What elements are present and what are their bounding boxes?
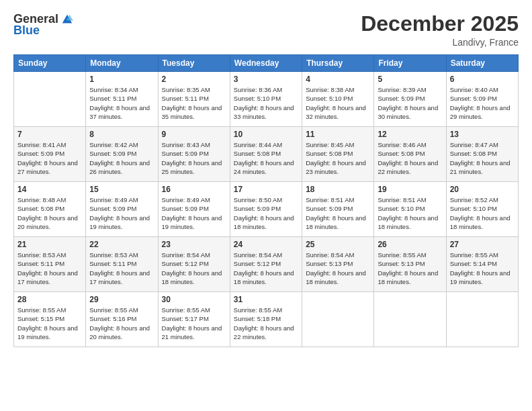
calendar-cell: 27Sunrise: 8:55 AMSunset: 5:14 PMDayligh… (446, 237, 518, 292)
day-info: Sunrise: 8:54 AMSunset: 5:13 PMDaylight:… (306, 250, 370, 286)
month-title: December 2025 (361, 12, 519, 36)
day-info: Sunrise: 8:49 AMSunset: 5:09 PMDaylight:… (89, 195, 154, 231)
day-info: Sunrise: 8:46 AMSunset: 5:08 PMDaylight:… (378, 140, 442, 176)
calendar-cell: 13Sunrise: 8:47 AMSunset: 5:08 PMDayligh… (446, 127, 518, 182)
day-number: 14 (17, 185, 82, 194)
day-number: 24 (234, 240, 298, 249)
day-number: 20 (450, 185, 515, 194)
day-number: 26 (378, 240, 442, 249)
calendar-cell: 2Sunrise: 8:35 AMSunset: 5:11 PMDaylight… (158, 72, 230, 127)
calendar-cell: 30Sunrise: 8:55 AMSunset: 5:17 PMDayligh… (158, 292, 230, 347)
day-info: Sunrise: 8:41 AMSunset: 5:09 PMDaylight:… (17, 140, 82, 176)
day-number: 22 (89, 240, 154, 249)
weekday-header-wednesday: Wednesday (230, 55, 302, 72)
day-number: 3 (234, 75, 298, 84)
calendar-cell: 11Sunrise: 8:45 AMSunset: 5:08 PMDayligh… (302, 127, 374, 182)
week-row-2: 7Sunrise: 8:41 AMSunset: 5:09 PMDaylight… (14, 127, 519, 182)
logo: General Blue (13, 12, 73, 38)
day-number: 31 (234, 295, 298, 304)
calendar-cell: 20Sunrise: 8:52 AMSunset: 5:10 PMDayligh… (446, 182, 518, 237)
header: General Blue December 2025 Landivy, Fran… (13, 12, 519, 48)
day-info: Sunrise: 8:54 AMSunset: 5:12 PMDaylight:… (162, 250, 226, 286)
calendar-table: SundayMondayTuesdayWednesdayThursdayFrid… (13, 54, 519, 347)
weekday-header-monday: Monday (86, 55, 158, 72)
day-number: 19 (378, 185, 442, 194)
day-number: 18 (306, 185, 370, 194)
day-number: 5 (378, 75, 442, 84)
day-info: Sunrise: 8:45 AMSunset: 5:08 PMDaylight:… (306, 140, 370, 176)
calendar-cell: 19Sunrise: 8:51 AMSunset: 5:10 PMDayligh… (374, 182, 446, 237)
day-number: 6 (450, 75, 515, 84)
title-block: December 2025 Landivy, France (361, 12, 519, 48)
day-info: Sunrise: 8:55 AMSunset: 5:13 PMDaylight:… (378, 250, 442, 286)
calendar-cell: 29Sunrise: 8:55 AMSunset: 5:16 PMDayligh… (86, 292, 158, 347)
logo-icon (61, 13, 73, 26)
week-row-4: 21Sunrise: 8:53 AMSunset: 5:11 PMDayligh… (14, 237, 519, 292)
weekday-header-sunday: Sunday (14, 55, 86, 72)
day-number: 21 (17, 240, 82, 249)
day-number: 2 (162, 75, 226, 84)
calendar-cell: 8Sunrise: 8:42 AMSunset: 5:09 PMDaylight… (86, 127, 158, 182)
calendar-cell: 21Sunrise: 8:53 AMSunset: 5:11 PMDayligh… (14, 237, 86, 292)
calendar-cell (302, 292, 374, 347)
weekday-header-thursday: Thursday (302, 55, 374, 72)
calendar-cell: 22Sunrise: 8:53 AMSunset: 5:11 PMDayligh… (86, 237, 158, 292)
day-info: Sunrise: 8:55 AMSunset: 5:14 PMDaylight:… (450, 250, 515, 286)
day-number: 4 (306, 75, 370, 84)
calendar-cell: 14Sunrise: 8:48 AMSunset: 5:08 PMDayligh… (14, 182, 86, 237)
week-row-3: 14Sunrise: 8:48 AMSunset: 5:08 PMDayligh… (14, 182, 519, 237)
day-number: 10 (234, 130, 298, 139)
day-number: 25 (306, 240, 370, 249)
day-number: 15 (89, 185, 154, 194)
day-number: 11 (306, 130, 370, 139)
calendar-cell: 3Sunrise: 8:36 AMSunset: 5:10 PMDaylight… (230, 72, 302, 127)
calendar-cell (14, 72, 86, 127)
day-info: Sunrise: 8:55 AMSunset: 5:18 PMDaylight:… (234, 306, 298, 341)
day-info: Sunrise: 8:38 AMSunset: 5:10 PMDaylight:… (306, 85, 370, 121)
day-info: Sunrise: 8:40 AMSunset: 5:09 PMDaylight:… (450, 85, 515, 121)
day-number: 12 (378, 130, 442, 139)
day-info: Sunrise: 8:51 AMSunset: 5:09 PMDaylight:… (306, 195, 370, 231)
day-info: Sunrise: 8:55 AMSunset: 5:15 PMDaylight:… (17, 306, 82, 341)
day-number: 1 (89, 75, 154, 84)
day-number: 7 (17, 130, 82, 139)
calendar-cell: 7Sunrise: 8:41 AMSunset: 5:09 PMDaylight… (14, 127, 86, 182)
day-info: Sunrise: 8:49 AMSunset: 5:09 PMDaylight:… (162, 195, 226, 231)
calendar-cell: 6Sunrise: 8:40 AMSunset: 5:09 PMDaylight… (446, 72, 518, 127)
calendar-cell: 12Sunrise: 8:46 AMSunset: 5:08 PMDayligh… (374, 127, 446, 182)
calendar-cell: 5Sunrise: 8:39 AMSunset: 5:09 PMDaylight… (374, 72, 446, 127)
day-info: Sunrise: 8:43 AMSunset: 5:09 PMDaylight:… (162, 140, 226, 176)
logo-blue: Blue (13, 24, 40, 38)
calendar-cell: 31Sunrise: 8:55 AMSunset: 5:18 PMDayligh… (230, 292, 302, 347)
week-row-5: 28Sunrise: 8:55 AMSunset: 5:15 PMDayligh… (14, 292, 519, 347)
day-info: Sunrise: 8:50 AMSunset: 5:09 PMDaylight:… (234, 195, 298, 231)
day-number: 17 (234, 185, 298, 194)
day-info: Sunrise: 8:34 AMSunset: 5:11 PMDaylight:… (89, 85, 154, 121)
day-number: 9 (162, 130, 226, 139)
day-info: Sunrise: 8:53 AMSunset: 5:11 PMDaylight:… (89, 250, 154, 286)
location: Landivy, France (361, 37, 519, 48)
calendar-cell: 4Sunrise: 8:38 AMSunset: 5:10 PMDaylight… (302, 72, 374, 127)
day-number: 8 (89, 130, 154, 139)
weekday-header-saturday: Saturday (446, 55, 518, 72)
day-number: 28 (17, 295, 82, 304)
calendar-cell: 16Sunrise: 8:49 AMSunset: 5:09 PMDayligh… (158, 182, 230, 237)
calendar-cell: 24Sunrise: 8:54 AMSunset: 5:12 PMDayligh… (230, 237, 302, 292)
calendar-cell: 15Sunrise: 8:49 AMSunset: 5:09 PMDayligh… (86, 182, 158, 237)
day-info: Sunrise: 8:35 AMSunset: 5:11 PMDaylight:… (162, 85, 226, 121)
weekday-header-row: SundayMondayTuesdayWednesdayThursdayFrid… (14, 55, 519, 72)
day-info: Sunrise: 8:54 AMSunset: 5:12 PMDaylight:… (234, 250, 298, 286)
calendar-cell: 25Sunrise: 8:54 AMSunset: 5:13 PMDayligh… (302, 237, 374, 292)
calendar-cell: 1Sunrise: 8:34 AMSunset: 5:11 PMDaylight… (86, 72, 158, 127)
day-info: Sunrise: 8:55 AMSunset: 5:17 PMDaylight:… (162, 306, 226, 341)
day-number: 29 (89, 295, 154, 304)
day-number: 13 (450, 130, 515, 139)
calendar-cell: 10Sunrise: 8:44 AMSunset: 5:08 PMDayligh… (230, 127, 302, 182)
weekday-header-tuesday: Tuesday (158, 55, 230, 72)
day-info: Sunrise: 8:47 AMSunset: 5:08 PMDaylight:… (450, 140, 515, 176)
day-number: 23 (162, 240, 226, 249)
calendar-cell: 26Sunrise: 8:55 AMSunset: 5:13 PMDayligh… (374, 237, 446, 292)
calendar-cell (374, 292, 446, 347)
calendar-cell: 17Sunrise: 8:50 AMSunset: 5:09 PMDayligh… (230, 182, 302, 237)
calendar-cell: 9Sunrise: 8:43 AMSunset: 5:09 PMDaylight… (158, 127, 230, 182)
